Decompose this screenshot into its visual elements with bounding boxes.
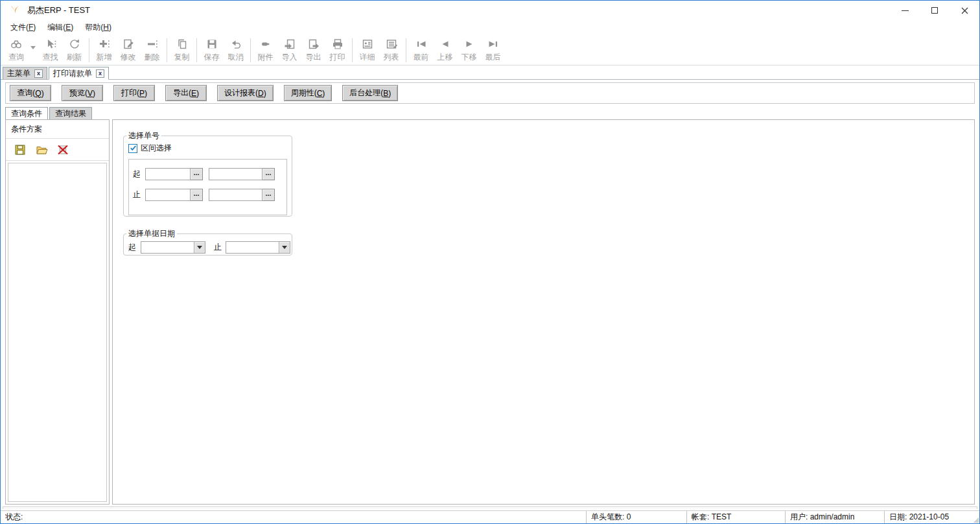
order-from-ellipsis-button-1[interactable]: ... <box>191 168 203 180</box>
user-status: 用户: admin/admin <box>785 511 884 523</box>
toolbar-list-button[interactable]: 列表 <box>379 38 403 63</box>
order-number-group: 选择单号 区间选择 起 ... ... <box>123 130 292 217</box>
order-date-group-legend: 选择单据日期 <box>126 228 177 239</box>
condition-scheme-list[interactable] <box>8 163 107 502</box>
tab-query-conditions[interactable]: 查询条件 <box>5 107 48 120</box>
list-icon <box>385 38 398 51</box>
add-icon <box>98 38 111 51</box>
detail-icon <box>361 38 374 51</box>
menu-help[interactable]: 帮助(H) <box>79 21 117 34</box>
background-process-button[interactable]: 后台处理(B) <box>342 85 398 101</box>
toolbar-query-button[interactable]: 查询 <box>5 38 28 63</box>
query-dropdown-button[interactable] <box>28 38 38 49</box>
order-date-group: 选择单据日期 起 止 <box>123 228 292 256</box>
toolbar-first-button[interactable]: 最前 <box>409 38 433 63</box>
order-from-input-1[interactable] <box>145 168 191 180</box>
order-from-ellipsis-button-2[interactable]: ... <box>262 168 275 180</box>
export-button[interactable]: 导出(E) <box>165 85 207 101</box>
query-condition-panel: 选择单号 区间选择 起 ... ... <box>112 119 975 505</box>
status-divider <box>3 506 977 509</box>
menu-edit[interactable]: 编辑(E) <box>41 21 79 34</box>
query-button[interactable]: 查询(Q) <box>10 85 51 101</box>
toolbar-add-button[interactable]: 新增 <box>92 38 116 63</box>
condition-scheme-panel: 条件方案 <box>5 119 110 505</box>
range-select-checkbox[interactable] <box>128 144 137 153</box>
order-range-box: 起 ... ... 止 ... ... <box>128 159 287 215</box>
toolbar-export-button[interactable]: 导出 <box>301 38 325 63</box>
menubar: 文件(F) 编辑(E) 帮助(H) <box>1 20 979 34</box>
print-icon <box>331 38 344 51</box>
condition-scheme-toolbar <box>6 139 109 161</box>
toolbar-copy-button[interactable]: 复制 <box>170 38 194 63</box>
preview-button[interactable]: 预览(V) <box>62 85 103 101</box>
window-title: 易杰ERP - TEST <box>27 5 90 16</box>
date-to-select[interactable] <box>226 241 290 254</box>
toolbar-cancel-button[interactable]: 取消 <box>224 38 248 63</box>
doc-count-status: 单头笔数: 0 <box>586 511 686 523</box>
menu-file[interactable]: 文件(F) <box>5 21 41 34</box>
maximize-button[interactable] <box>920 1 950 20</box>
order-to-ellipsis-button-1[interactable]: ... <box>191 189 203 201</box>
import-icon <box>283 38 296 51</box>
open-scheme-button[interactable] <box>35 143 48 156</box>
toolbar-refresh-button[interactable]: 刷新 <box>62 38 86 63</box>
toolbar-move-up-button[interactable]: 上移 <box>433 38 457 63</box>
date-to-label: 止 <box>214 242 222 253</box>
check-icon <box>130 145 137 152</box>
date-from-select[interactable] <box>141 241 205 254</box>
condition-tabstrip: 查询条件 查询结果 <box>5 106 93 119</box>
tab-main-menu-close-button[interactable]: x <box>34 69 43 78</box>
window-controls <box>890 1 979 20</box>
toolbar-print-button[interactable]: 打印 <box>325 38 349 63</box>
toolbar-last-button[interactable]: 最后 <box>481 38 505 63</box>
toolbar-move-down-button[interactable]: 下移 <box>457 38 481 63</box>
delete-scheme-button[interactable] <box>56 143 69 156</box>
app-logo-icon <box>9 5 21 16</box>
toolbar-separator <box>89 38 89 62</box>
move-up-icon <box>439 38 452 51</box>
tab-print-payment-request[interactable]: 打印请款单 x <box>49 67 109 80</box>
order-to-input-1[interactable] <box>145 189 191 201</box>
date-from-dropdown-button[interactable] <box>194 242 205 253</box>
print-button[interactable]: 打印(P) <box>113 85 155 101</box>
toolbar-separator <box>167 38 167 62</box>
last-icon <box>487 38 500 51</box>
order-to-ellipsis-button-2[interactable]: ... <box>262 189 275 201</box>
toolbar-import-button[interactable]: 导入 <box>277 38 301 63</box>
toolbar-detail-button[interactable]: 详细 <box>355 38 379 63</box>
save-scheme-button[interactable] <box>14 143 27 156</box>
toolbar-save-button[interactable]: 保存 <box>200 38 224 63</box>
account-set-status: 帐套: TEST <box>686 511 785 523</box>
toolbar-modify-button[interactable]: 修改 <box>116 38 140 63</box>
toolbar-delete-button[interactable]: 删除 <box>140 38 164 63</box>
tab-print-payment-request-close-button[interactable]: x <box>96 69 104 78</box>
refresh-icon <box>68 38 81 51</box>
toolbar-attachment-button[interactable]: 附件 <box>253 38 277 63</box>
chevron-down-icon <box>282 246 287 249</box>
tab-main-menu[interactable]: 主菜单 x <box>3 67 47 79</box>
date-from-label: 起 <box>128 242 138 253</box>
order-to-input-2[interactable] <box>209 189 262 201</box>
close-icon <box>961 7 968 14</box>
toolbar: 查询 查找 刷新 新增 修改 <box>1 34 979 66</box>
chevron-down-icon <box>197 246 202 249</box>
statusbar: 状态: 单头笔数: 0 帐套: TEST 用户: admin/admin 日期:… <box>1 510 979 523</box>
close-button[interactable] <box>950 1 979 20</box>
periodic-button[interactable]: 周期性(C) <box>284 85 332 101</box>
toolbar-separator <box>250 38 251 62</box>
design-report-button[interactable]: 设计报表(D) <box>217 85 274 101</box>
tab-query-results[interactable]: 查询结果 <box>49 107 92 119</box>
range-select-label: 区间选择 <box>141 143 172 154</box>
copy-icon <box>176 38 189 51</box>
chevron-down-icon <box>30 46 36 49</box>
date-to-dropdown-button[interactable] <box>279 242 290 253</box>
move-down-icon <box>463 38 476 51</box>
toolbar-find-button[interactable]: 查找 <box>38 38 62 63</box>
status-label: 状态: <box>1 511 586 523</box>
resize-grip[interactable] <box>974 518 979 523</box>
date-status: 日期: 2021-10-05 <box>884 511 979 523</box>
attachment-icon <box>259 38 272 51</box>
order-from-input-2[interactable] <box>209 168 262 180</box>
minimize-button[interactable] <box>890 1 920 20</box>
document-tabstrip: 主菜单 x 打印请款单 x <box>1 66 979 80</box>
